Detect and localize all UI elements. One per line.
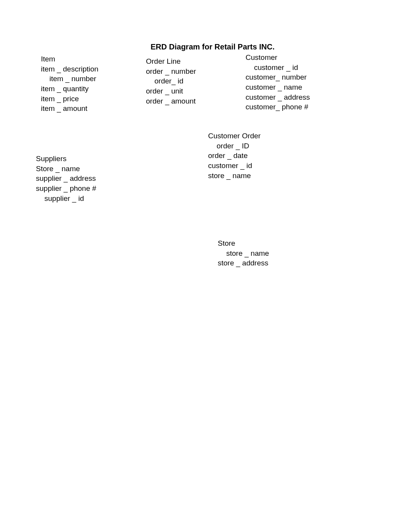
entity-customer-order-attr: store _ name (208, 171, 261, 181)
entity-item-attr: item _ number (41, 74, 98, 84)
entity-customer-name: Customer (246, 53, 310, 63)
entity-order-line-name: Order Line (146, 56, 196, 66)
entity-suppliers-attr: supplier _ phone # (36, 184, 96, 194)
entity-store: Store store _ name store _ address (218, 238, 269, 268)
entity-store-attr: store _ address (218, 258, 269, 268)
entity-customer-order-name: Customer Order (208, 131, 261, 141)
entity-customer-attr: customer _ name (246, 82, 310, 92)
entity-customer: Customer customer _ id customer_ number … (246, 53, 310, 112)
entity-suppliers: Suppliers Store _ name supplier _ addres… (36, 154, 96, 203)
entity-store-attr: store _ name (218, 248, 269, 258)
entity-suppliers-attr: supplier _ id (36, 194, 96, 204)
entity-customer-attr: customer_ number (246, 72, 310, 82)
entity-item-name: Item (41, 54, 98, 64)
entity-store-name: Store (218, 238, 269, 248)
entity-item-attr: item _ amount (41, 104, 98, 114)
entity-suppliers-attr: supplier _ address (36, 173, 96, 184)
diagram-title: ERD Diagram for Retail Parts INC. (151, 42, 274, 52)
entity-order-line-attr: order _ amount (146, 96, 196, 106)
entity-item: Item item _ description item _ number it… (41, 54, 98, 114)
entity-item-attr: item _ price (41, 94, 98, 104)
entity-item-attr: item _ quantity (41, 84, 98, 94)
entity-order-line: Order Line order _ number order_ id orde… (146, 56, 196, 106)
entity-customer-order-attr: order _ date (208, 151, 261, 161)
entity-customer-order-attr: customer _ id (208, 161, 261, 171)
entity-customer-attr: customer_ phone # (246, 102, 310, 112)
entity-order-line-attr: order _ number (146, 66, 196, 76)
entity-customer-attr: customer _ address (246, 92, 310, 102)
entity-suppliers-attr: Store _ name (36, 164, 96, 174)
entity-order-line-attr: order_ id (146, 76, 196, 86)
entity-customer-order: Customer Order order _ ID order _ date c… (208, 131, 261, 180)
entity-order-line-attr: order _ unit (146, 86, 196, 96)
entity-customer-order-attr: order _ ID (208, 141, 261, 151)
entity-suppliers-name: Suppliers (36, 154, 96, 164)
entity-customer-attr: customer _ id (246, 63, 310, 73)
entity-item-attr: item _ description (41, 64, 98, 74)
